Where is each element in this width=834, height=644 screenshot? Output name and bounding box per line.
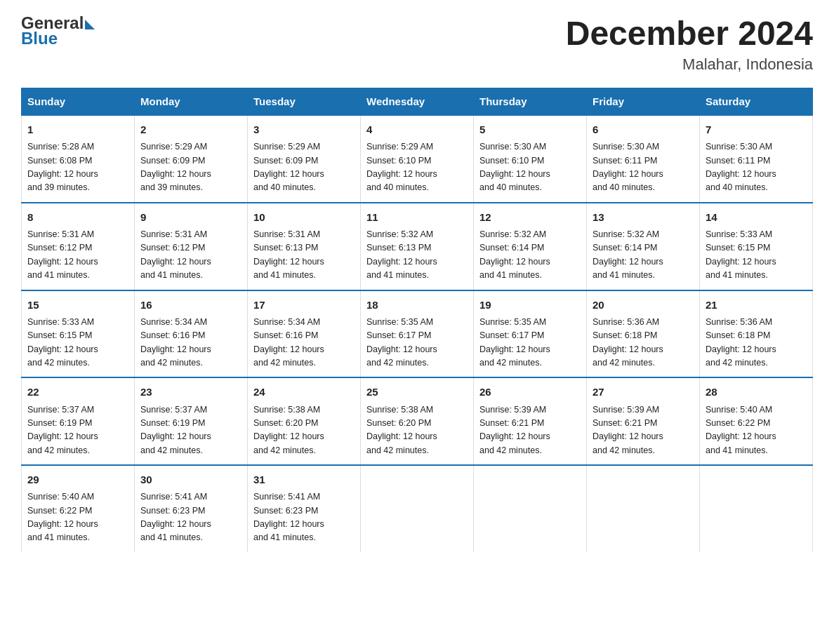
day-info: Sunrise: 5:35 AM Sunset: 6:17 PM Dayligh… — [479, 316, 581, 370]
calendar-cell: 14 Sunrise: 5:33 AM Sunset: 6:15 PM Dayl… — [700, 203, 813, 290]
day-number: 17 — [253, 297, 355, 313]
day-number: 2 — [140, 121, 241, 137]
calendar-cell: 6 Sunrise: 5:30 AM Sunset: 6:11 PM Dayli… — [587, 115, 700, 203]
day-number: 18 — [366, 297, 468, 313]
day-info: Sunrise: 5:33 AM Sunset: 6:15 PM Dayligh… — [27, 316, 128, 370]
day-info: Sunrise: 5:38 AM Sunset: 6:20 PM Dayligh… — [366, 403, 468, 458]
day-number: 10 — [253, 209, 355, 225]
day-info: Sunrise: 5:39 AM Sunset: 6:21 PM Dayligh… — [479, 403, 581, 458]
day-info: Sunrise: 5:37 AM Sunset: 6:19 PM Dayligh… — [27, 403, 128, 458]
calendar-cell — [474, 465, 587, 552]
day-info: Sunrise: 5:35 AM Sunset: 6:17 PM Dayligh… — [366, 316, 468, 370]
calendar-cell: 7 Sunrise: 5:30 AM Sunset: 6:11 PM Dayli… — [700, 115, 813, 203]
calendar-cell: 19 Sunrise: 5:35 AM Sunset: 6:17 PM Dayl… — [474, 290, 587, 378]
calendar-cell: 16 Sunrise: 5:34 AM Sunset: 6:16 PM Dayl… — [135, 290, 248, 378]
calendar-cell: 22 Sunrise: 5:37 AM Sunset: 6:19 PM Dayl… — [22, 377, 135, 465]
day-number: 3 — [253, 121, 355, 137]
calendar-header: SundayMondayTuesdayWednesdayThursdayFrid… — [22, 88, 813, 116]
logo-blue: Blue — [21, 29, 95, 48]
page-header: General Blue December 2024 Malahar, Indo… — [21, 14, 813, 74]
day-info: Sunrise: 5:39 AM Sunset: 6:21 PM Dayligh… — [593, 403, 694, 458]
col-header-monday: Monday — [135, 88, 248, 116]
day-number: 6 — [593, 121, 694, 137]
day-info: Sunrise: 5:28 AM Sunset: 6:08 PM Dayligh… — [27, 140, 128, 195]
calendar-cell: 10 Sunrise: 5:31 AM Sunset: 6:13 PM Dayl… — [248, 203, 361, 290]
calendar-cell: 8 Sunrise: 5:31 AM Sunset: 6:12 PM Dayli… — [22, 203, 135, 290]
calendar-cell: 23 Sunrise: 5:37 AM Sunset: 6:19 PM Dayl… — [135, 377, 248, 465]
day-info: Sunrise: 5:31 AM Sunset: 6:12 PM Dayligh… — [140, 228, 241, 283]
col-header-wednesday: Wednesday — [361, 88, 474, 116]
day-info: Sunrise: 5:38 AM Sunset: 6:20 PM Dayligh… — [253, 403, 355, 458]
col-header-tuesday: Tuesday — [248, 88, 361, 116]
day-info: Sunrise: 5:32 AM Sunset: 6:13 PM Dayligh… — [366, 228, 468, 283]
title-block: December 2024 Malahar, Indonesia — [566, 14, 813, 74]
day-info: Sunrise: 5:36 AM Sunset: 6:18 PM Dayligh… — [593, 316, 694, 370]
day-info: Sunrise: 5:31 AM Sunset: 6:12 PM Dayligh… — [27, 228, 128, 283]
day-number: 25 — [366, 384, 468, 400]
calendar-cell: 11 Sunrise: 5:32 AM Sunset: 6:13 PM Dayl… — [361, 203, 474, 290]
day-info: Sunrise: 5:30 AM Sunset: 6:11 PM Dayligh… — [706, 140, 807, 195]
calendar-week-5: 29 Sunrise: 5:40 AM Sunset: 6:22 PM Dayl… — [22, 465, 813, 552]
day-info: Sunrise: 5:33 AM Sunset: 6:15 PM Dayligh… — [706, 228, 807, 283]
day-info: Sunrise: 5:32 AM Sunset: 6:14 PM Dayligh… — [479, 228, 581, 283]
day-info: Sunrise: 5:41 AM Sunset: 6:23 PM Dayligh… — [140, 490, 241, 545]
col-header-thursday: Thursday — [474, 88, 587, 116]
calendar-cell: 29 Sunrise: 5:40 AM Sunset: 6:22 PM Dayl… — [22, 465, 135, 552]
day-info: Sunrise: 5:40 AM Sunset: 6:22 PM Dayligh… — [706, 403, 807, 458]
calendar-cell: 4 Sunrise: 5:29 AM Sunset: 6:10 PM Dayli… — [361, 115, 474, 203]
day-number: 21 — [706, 297, 807, 313]
day-info: Sunrise: 5:34 AM Sunset: 6:16 PM Dayligh… — [140, 316, 241, 370]
calendar-cell — [361, 465, 474, 552]
day-number: 14 — [706, 209, 807, 225]
day-number: 15 — [27, 297, 128, 313]
col-header-friday: Friday — [587, 88, 700, 116]
calendar-cell: 28 Sunrise: 5:40 AM Sunset: 6:22 PM Dayl… — [700, 377, 813, 465]
day-number: 9 — [140, 209, 241, 225]
calendar-week-1: 1 Sunrise: 5:28 AM Sunset: 6:08 PM Dayli… — [22, 115, 813, 203]
day-info: Sunrise: 5:41 AM Sunset: 6:23 PM Dayligh… — [253, 490, 355, 545]
day-number: 1 — [27, 121, 128, 137]
day-info: Sunrise: 5:30 AM Sunset: 6:11 PM Dayligh… — [593, 140, 694, 195]
day-info: Sunrise: 5:31 AM Sunset: 6:13 PM Dayligh… — [253, 228, 355, 283]
col-header-sunday: Sunday — [22, 88, 135, 116]
calendar-cell: 2 Sunrise: 5:29 AM Sunset: 6:09 PM Dayli… — [135, 115, 248, 203]
day-info: Sunrise: 5:34 AM Sunset: 6:16 PM Dayligh… — [253, 316, 355, 370]
calendar-week-2: 8 Sunrise: 5:31 AM Sunset: 6:12 PM Dayli… — [22, 203, 813, 290]
calendar-body: 1 Sunrise: 5:28 AM Sunset: 6:08 PM Dayli… — [22, 115, 813, 552]
calendar-cell: 17 Sunrise: 5:34 AM Sunset: 6:16 PM Dayl… — [248, 290, 361, 378]
calendar-cell: 30 Sunrise: 5:41 AM Sunset: 6:23 PM Dayl… — [135, 465, 248, 552]
day-info: Sunrise: 5:30 AM Sunset: 6:10 PM Dayligh… — [479, 140, 581, 195]
day-number: 27 — [593, 384, 694, 400]
day-number: 23 — [140, 384, 241, 400]
page-title: December 2024 — [566, 14, 813, 53]
day-number: 24 — [253, 384, 355, 400]
calendar-cell: 9 Sunrise: 5:31 AM Sunset: 6:12 PM Dayli… — [135, 203, 248, 290]
day-number: 16 — [140, 297, 241, 313]
calendar-cell: 18 Sunrise: 5:35 AM Sunset: 6:17 PM Dayl… — [361, 290, 474, 378]
day-number: 22 — [27, 384, 128, 400]
day-number: 19 — [479, 297, 581, 313]
day-number: 5 — [479, 121, 581, 137]
day-info: Sunrise: 5:29 AM Sunset: 6:10 PM Dayligh… — [366, 140, 468, 195]
calendar-cell: 25 Sunrise: 5:38 AM Sunset: 6:20 PM Dayl… — [361, 377, 474, 465]
day-info: Sunrise: 5:40 AM Sunset: 6:22 PM Dayligh… — [27, 490, 128, 545]
calendar-week-3: 15 Sunrise: 5:33 AM Sunset: 6:15 PM Dayl… — [22, 290, 813, 378]
calendar-cell — [587, 465, 700, 552]
calendar-cell: 27 Sunrise: 5:39 AM Sunset: 6:21 PM Dayl… — [587, 377, 700, 465]
calendar-cell: 24 Sunrise: 5:38 AM Sunset: 6:20 PM Dayl… — [248, 377, 361, 465]
col-header-saturday: Saturday — [700, 88, 813, 116]
logo-triangle-icon — [85, 20, 95, 29]
day-number: 28 — [706, 384, 807, 400]
day-info: Sunrise: 5:36 AM Sunset: 6:18 PM Dayligh… — [706, 316, 807, 370]
calendar-cell: 26 Sunrise: 5:39 AM Sunset: 6:21 PM Dayl… — [474, 377, 587, 465]
calendar-cell: 31 Sunrise: 5:41 AM Sunset: 6:23 PM Dayl… — [248, 465, 361, 552]
day-number: 26 — [479, 384, 581, 400]
day-info: Sunrise: 5:32 AM Sunset: 6:14 PM Dayligh… — [593, 228, 694, 283]
page-subtitle: Malahar, Indonesia — [566, 55, 813, 74]
day-info: Sunrise: 5:37 AM Sunset: 6:19 PM Dayligh… — [140, 403, 241, 458]
day-number: 31 — [253, 471, 355, 488]
day-number: 20 — [593, 297, 694, 313]
day-number: 13 — [593, 209, 694, 225]
calendar-week-4: 22 Sunrise: 5:37 AM Sunset: 6:19 PM Dayl… — [22, 377, 813, 465]
day-info: Sunrise: 5:29 AM Sunset: 6:09 PM Dayligh… — [140, 140, 241, 195]
